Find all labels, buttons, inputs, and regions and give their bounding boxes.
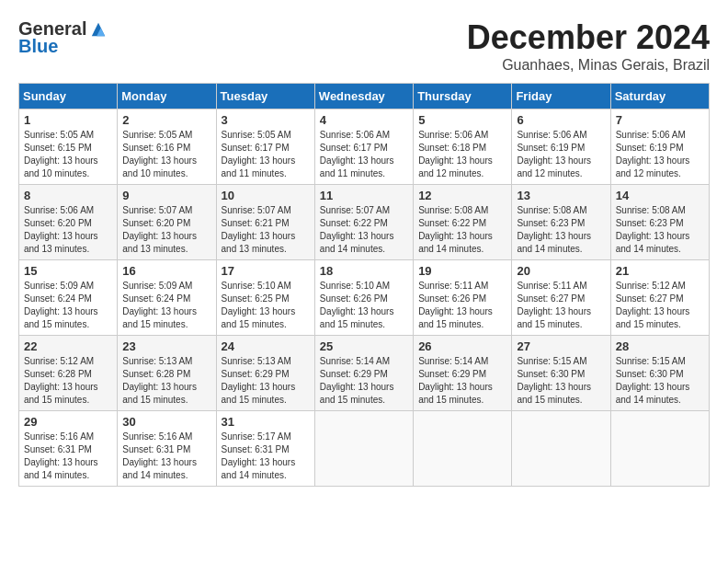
calendar-cell: 5Sunrise: 5:06 AM Sunset: 6:18 PM Daylig…	[414, 109, 512, 185]
day-number: 22	[24, 339, 112, 353]
calendar-cell: 22Sunrise: 5:12 AM Sunset: 6:28 PM Dayli…	[19, 336, 118, 411]
day-number: 23	[122, 339, 210, 353]
day-info: Sunrise: 5:16 AM Sunset: 6:31 PM Dayligh…	[122, 431, 210, 482]
day-info: Sunrise: 5:09 AM Sunset: 6:24 PM Dayligh…	[24, 280, 112, 331]
day-number: 3	[222, 113, 310, 127]
day-info: Sunrise: 5:14 AM Sunset: 6:29 PM Dayligh…	[418, 355, 506, 407]
day-number: 25	[320, 339, 408, 353]
day-number: 6	[517, 113, 605, 127]
day-number: 4	[320, 113, 408, 127]
calendar-cell: 9Sunrise: 5:07 AM Sunset: 6:20 PM Daylig…	[118, 185, 216, 260]
calendar-cell: 1Sunrise: 5:05 AM Sunset: 6:15 PM Daylig…	[19, 109, 118, 185]
day-info: Sunrise: 5:06 AM Sunset: 6:18 PM Dayligh…	[418, 129, 506, 180]
day-number: 30	[122, 415, 210, 429]
header-monday: Monday	[118, 84, 216, 109]
calendar-cell: 7Sunrise: 5:06 AM Sunset: 6:19 PM Daylig…	[610, 109, 709, 185]
day-info: Sunrise: 5:05 AM Sunset: 6:17 PM Dayligh…	[222, 129, 310, 180]
day-info: Sunrise: 5:07 AM Sunset: 6:20 PM Dayligh…	[122, 204, 210, 256]
day-info: Sunrise: 5:07 AM Sunset: 6:21 PM Dayligh…	[222, 204, 310, 256]
header-friday: Friday	[512, 84, 610, 109]
day-number: 10	[222, 189, 310, 202]
day-number: 28	[616, 339, 704, 353]
day-number: 13	[517, 189, 605, 202]
day-number: 20	[517, 264, 605, 278]
calendar-cell: 21Sunrise: 5:12 AM Sunset: 6:27 PM Dayli…	[610, 260, 709, 336]
calendar-week-3: 15Sunrise: 5:09 AM Sunset: 6:24 PM Dayli…	[19, 260, 710, 336]
day-number: 31	[222, 415, 310, 429]
calendar-week-2: 8Sunrise: 5:06 AM Sunset: 6:20 PM Daylig…	[19, 185, 710, 260]
day-number: 5	[418, 113, 506, 127]
day-info: Sunrise: 5:15 AM Sunset: 6:30 PM Dayligh…	[616, 355, 704, 407]
day-info: Sunrise: 5:06 AM Sunset: 6:19 PM Dayligh…	[517, 129, 605, 180]
day-number: 1	[24, 113, 112, 127]
header-saturday: Saturday	[610, 84, 709, 109]
calendar-cell: 16Sunrise: 5:09 AM Sunset: 6:24 PM Dayli…	[118, 260, 216, 336]
day-info: Sunrise: 5:08 AM Sunset: 6:23 PM Dayligh…	[517, 204, 605, 256]
calendar-cell: 31Sunrise: 5:17 AM Sunset: 6:31 PM Dayli…	[216, 411, 314, 487]
page-header: General Blue December 2024 Guanhaes, Min…	[18, 18, 710, 74]
header-sunday: Sunday	[19, 84, 118, 109]
day-number: 14	[616, 189, 704, 202]
calendar-cell: 24Sunrise: 5:13 AM Sunset: 6:29 PM Dayli…	[216, 336, 314, 411]
day-info: Sunrise: 5:08 AM Sunset: 6:22 PM Dayligh…	[418, 204, 506, 256]
calendar-cell: 23Sunrise: 5:13 AM Sunset: 6:28 PM Dayli…	[118, 336, 216, 411]
day-info: Sunrise: 5:11 AM Sunset: 6:26 PM Dayligh…	[418, 280, 506, 331]
month-title: December 2024	[467, 18, 710, 57]
day-info: Sunrise: 5:13 AM Sunset: 6:28 PM Dayligh…	[122, 355, 210, 407]
day-number: 16	[122, 264, 210, 278]
calendar-cell: 26Sunrise: 5:14 AM Sunset: 6:29 PM Dayli…	[414, 336, 512, 411]
day-info: Sunrise: 5:06 AM Sunset: 6:17 PM Dayligh…	[320, 129, 408, 180]
calendar-cell: 28Sunrise: 5:15 AM Sunset: 6:30 PM Dayli…	[610, 336, 709, 411]
day-number: 17	[222, 264, 310, 278]
day-number: 29	[24, 415, 112, 429]
calendar-table: SundayMondayTuesdayWednesdayThursdayFrid…	[18, 83, 710, 487]
day-number: 12	[418, 189, 506, 202]
calendar-cell: 3Sunrise: 5:05 AM Sunset: 6:17 PM Daylig…	[216, 109, 314, 185]
calendar-cell: 12Sunrise: 5:08 AM Sunset: 6:22 PM Dayli…	[414, 185, 512, 260]
calendar-cell	[314, 411, 413, 487]
day-number: 19	[418, 264, 506, 278]
day-info: Sunrise: 5:10 AM Sunset: 6:26 PM Dayligh…	[320, 280, 408, 331]
calendar-week-5: 29Sunrise: 5:16 AM Sunset: 6:31 PM Dayli…	[19, 411, 710, 487]
calendar-cell: 4Sunrise: 5:06 AM Sunset: 6:17 PM Daylig…	[314, 109, 413, 185]
calendar-cell: 2Sunrise: 5:05 AM Sunset: 6:16 PM Daylig…	[118, 109, 216, 185]
calendar-cell: 11Sunrise: 5:07 AM Sunset: 6:22 PM Dayli…	[314, 185, 413, 260]
logo-blue-text: Blue	[18, 36, 58, 57]
day-info: Sunrise: 5:11 AM Sunset: 6:27 PM Dayligh…	[517, 280, 605, 331]
day-info: Sunrise: 5:13 AM Sunset: 6:29 PM Dayligh…	[222, 355, 310, 407]
calendar-cell: 27Sunrise: 5:15 AM Sunset: 6:30 PM Dayli…	[512, 336, 610, 411]
day-info: Sunrise: 5:05 AM Sunset: 6:16 PM Dayligh…	[122, 129, 210, 180]
calendar-cell	[512, 411, 610, 487]
day-number: 2	[122, 113, 210, 127]
day-info: Sunrise: 5:12 AM Sunset: 6:28 PM Dayligh…	[24, 355, 112, 407]
day-number: 15	[24, 264, 112, 278]
day-number: 24	[222, 339, 310, 353]
calendar-header-row: SundayMondayTuesdayWednesdayThursdayFrid…	[19, 84, 710, 109]
calendar-cell: 14Sunrise: 5:08 AM Sunset: 6:23 PM Dayli…	[610, 185, 709, 260]
calendar-cell	[610, 411, 709, 487]
day-number: 9	[122, 189, 210, 202]
calendar-cell: 10Sunrise: 5:07 AM Sunset: 6:21 PM Dayli…	[216, 185, 314, 260]
calendar-cell: 13Sunrise: 5:08 AM Sunset: 6:23 PM Dayli…	[512, 185, 610, 260]
logo-icon	[90, 21, 107, 38]
header-tuesday: Tuesday	[216, 84, 314, 109]
calendar-cell: 30Sunrise: 5:16 AM Sunset: 6:31 PM Dayli…	[118, 411, 216, 487]
day-info: Sunrise: 5:15 AM Sunset: 6:30 PM Dayligh…	[517, 355, 605, 407]
logo: General Blue	[18, 18, 107, 57]
calendar-cell: 18Sunrise: 5:10 AM Sunset: 6:26 PM Dayli…	[314, 260, 413, 336]
calendar-cell: 20Sunrise: 5:11 AM Sunset: 6:27 PM Dayli…	[512, 260, 610, 336]
calendar-week-4: 22Sunrise: 5:12 AM Sunset: 6:28 PM Dayli…	[19, 336, 710, 411]
day-info: Sunrise: 5:14 AM Sunset: 6:29 PM Dayligh…	[320, 355, 408, 407]
location-subtitle: Guanhaes, Minas Gerais, Brazil	[467, 57, 710, 74]
calendar-cell: 6Sunrise: 5:06 AM Sunset: 6:19 PM Daylig…	[512, 109, 610, 185]
day-info: Sunrise: 5:12 AM Sunset: 6:27 PM Dayligh…	[616, 280, 704, 331]
calendar-cell: 19Sunrise: 5:11 AM Sunset: 6:26 PM Dayli…	[414, 260, 512, 336]
day-number: 18	[320, 264, 408, 278]
day-number: 7	[616, 113, 704, 127]
day-info: Sunrise: 5:09 AM Sunset: 6:24 PM Dayligh…	[122, 280, 210, 331]
header-thursday: Thursday	[414, 84, 512, 109]
day-number: 21	[616, 264, 704, 278]
calendar-cell: 17Sunrise: 5:10 AM Sunset: 6:25 PM Dayli…	[216, 260, 314, 336]
header-wednesday: Wednesday	[314, 84, 413, 109]
day-info: Sunrise: 5:05 AM Sunset: 6:15 PM Dayligh…	[24, 129, 112, 180]
